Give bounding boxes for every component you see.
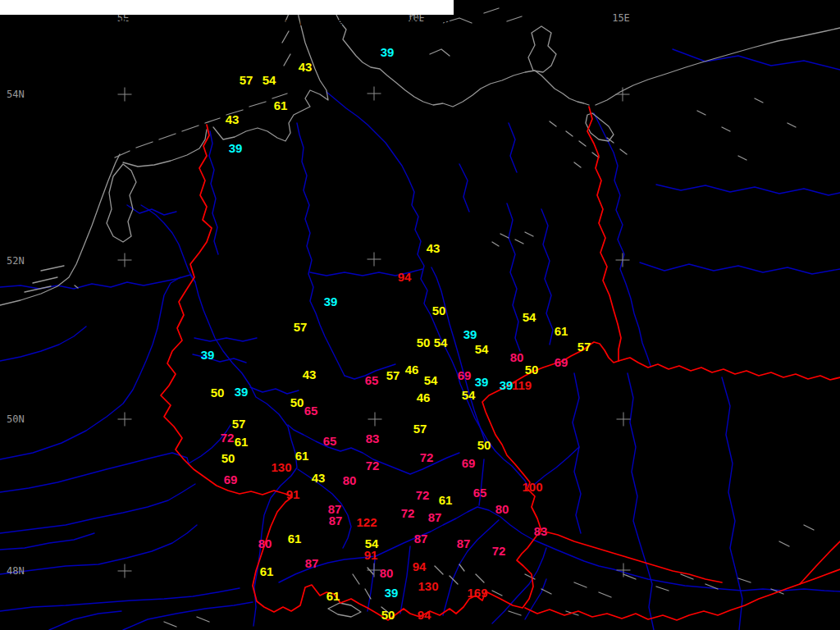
- station-wind-value: 65: [473, 486, 487, 500]
- graticule-plus-mark: [617, 413, 631, 427]
- station-wind-value: 43: [299, 60, 313, 74]
- annotation-overlay: 54N52N50N48N5E10E15E39435754614339439439…: [0, 0, 840, 630]
- station-wind-value: 100: [522, 480, 542, 494]
- station-wind-value: 39: [229, 141, 243, 155]
- station-wind-value: 83: [366, 431, 380, 445]
- station-wind-value: 54: [523, 310, 536, 324]
- station-wind-value: 50: [211, 386, 225, 399]
- graticule-plus-mark: [118, 413, 132, 427]
- station-wind-value: 50: [381, 608, 395, 622]
- station-wind-value: 69: [224, 472, 238, 486]
- station-wind-value: 65: [365, 373, 379, 387]
- station-wind-value: 80: [495, 502, 509, 516]
- station-wind-value: 39: [381, 45, 395, 59]
- station-wind-value: 94: [418, 608, 431, 622]
- station-wind-value: 57: [386, 368, 400, 382]
- station-wind-value: 39: [500, 378, 514, 392]
- station-wind-value: 61: [295, 449, 309, 463]
- station-wind-value: 87: [305, 556, 319, 570]
- station-wind-value: 61: [260, 564, 274, 578]
- station-wind-value: 87: [457, 536, 471, 550]
- station-wind-value: 54: [262, 73, 276, 87]
- station-wind-value: 39: [385, 586, 399, 600]
- station-wind-value: 43: [303, 368, 317, 381]
- latitude-label: 54N: [7, 89, 25, 100]
- station-wind-value: 72: [492, 544, 506, 558]
- station-wind-value: 50: [417, 336, 431, 349]
- station-wind-value: 80: [380, 566, 394, 580]
- station-wind-value: 87: [428, 510, 442, 524]
- graticule-plus-mark: [118, 88, 132, 102]
- station-wind-value: 39: [463, 327, 477, 341]
- station-wind-value: 61: [439, 493, 453, 507]
- station-wind-value: 119: [512, 378, 532, 392]
- station-wind-value: 61: [555, 324, 568, 338]
- station-wind-value: 94: [413, 559, 427, 573]
- station-wind-value: 72: [366, 459, 380, 472]
- station-wind-value: 91: [286, 487, 300, 501]
- station-wind-value: 130: [271, 460, 291, 474]
- station-wind-value: 39: [324, 294, 338, 308]
- station-wind-value: 43: [226, 112, 240, 126]
- graticule-plus-mark: [368, 87, 381, 101]
- graticule-plus-mark: [616, 88, 630, 102]
- weather-map-screen: 54N52N50N48N5E10E15E39435754614339439439…: [0, 0, 840, 630]
- station-wind-value: 72: [420, 450, 434, 464]
- station-wind-value: 65: [304, 404, 318, 418]
- station-wind-value: 61: [288, 532, 302, 546]
- station-wind-value: 72: [401, 506, 415, 520]
- station-wind-value: 50: [290, 395, 304, 409]
- latitude-label: 52N: [7, 255, 25, 267]
- station-wind-value: 80: [510, 350, 524, 364]
- station-wind-value: 57: [294, 320, 308, 334]
- station-wind-value: 50: [221, 451, 235, 465]
- station-wind-value: 83: [534, 524, 548, 538]
- station-wind-value: 43: [427, 241, 441, 255]
- station-wind-value: 39: [201, 348, 215, 362]
- station-wind-value: 43: [312, 471, 326, 485]
- station-wind-value: 169: [467, 586, 487, 600]
- station-wind-value: 39: [235, 385, 249, 399]
- station-wind-value: 54: [434, 336, 448, 349]
- station-wind-value: 87: [329, 514, 343, 527]
- title-text: SON 26.12.99 18:00 UTC Bodenwettermeldun…: [13, 16, 450, 28]
- longitude-label: 15E: [612, 12, 630, 24]
- station-wind-value: 50: [525, 363, 539, 377]
- station-wind-value: 57: [232, 417, 246, 431]
- station-wind-value: 57: [240, 73, 253, 87]
- graticule-plus-mark: [368, 413, 382, 427]
- station-wind-value: 122: [356, 515, 377, 529]
- station-wind-value: 54: [475, 342, 489, 356]
- station-wind-value: 130: [418, 579, 438, 593]
- graticule-plus-mark: [617, 564, 631, 578]
- station-wind-value: 57: [578, 340, 591, 354]
- station-wind-value: 50: [432, 304, 446, 317]
- station-wind-value: 61: [326, 589, 340, 603]
- station-wind-value: 87: [414, 532, 428, 546]
- graticule-plus-mark: [616, 253, 630, 267]
- graticule-plus-mark: [118, 253, 132, 267]
- station-wind-value: 50: [477, 438, 491, 452]
- station-wind-value: 61: [274, 98, 288, 112]
- title-bar: SON 26.12.99 18:00 UTC Bodenwettermeldun…: [0, 0, 454, 15]
- station-wind-value: 80: [343, 473, 357, 487]
- graticule-plus-mark: [368, 253, 381, 267]
- station-wind-value: 39: [475, 375, 489, 389]
- station-wind-value: 72: [416, 488, 430, 502]
- station-wind-value: 69: [555, 355, 568, 369]
- station-wind-value: 94: [398, 270, 412, 284]
- station-wind-value: 61: [235, 435, 249, 449]
- station-wind-value: 46: [405, 363, 419, 377]
- station-wind-value: 57: [413, 422, 427, 436]
- station-wind-value: 69: [458, 368, 472, 382]
- station-wind-value: 91: [364, 548, 378, 562]
- latitude-label: 50N: [7, 413, 25, 425]
- station-wind-value: 54: [462, 388, 476, 402]
- station-wind-value: 65: [323, 434, 337, 448]
- station-wind-value: 69: [462, 456, 476, 470]
- station-wind-value: 46: [417, 390, 431, 404]
- latitude-label: 48N: [7, 565, 25, 577]
- station-wind-value: 80: [258, 536, 272, 550]
- station-wind-value: 54: [424, 373, 438, 387]
- station-wind-value: 72: [221, 431, 235, 445]
